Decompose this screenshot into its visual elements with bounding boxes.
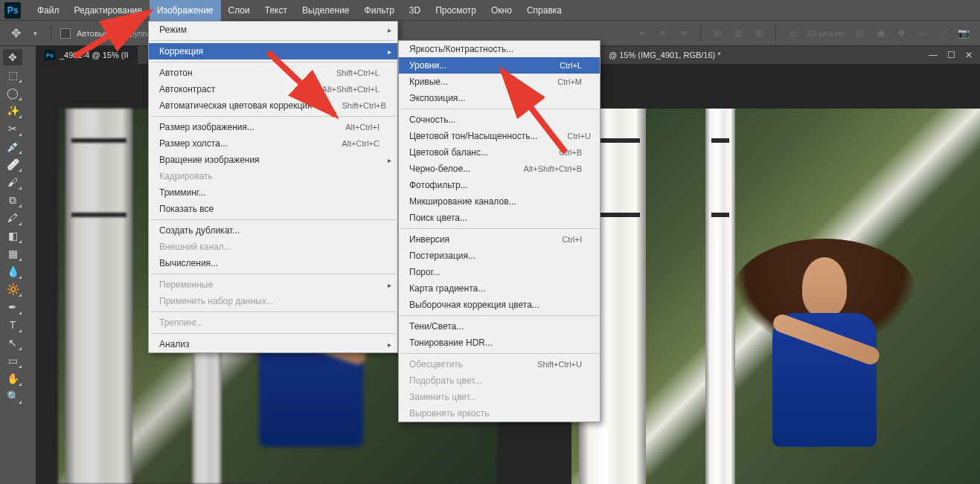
- menu-3d[interactable]: 3D: [402, 0, 428, 21]
- 3d-pan-icon[interactable]: ✥: [894, 26, 909, 41]
- canvas-document-2: [571, 109, 980, 484]
- brush-tool[interactable]: 🖌: [3, 174, 22, 190]
- image-menu-item-17[interactable]: Вычисления...: [149, 255, 397, 271]
- menu-type[interactable]: Текст: [257, 0, 295, 21]
- image-menu-item-0[interactable]: Режим: [149, 22, 397, 38]
- photoshop-logo-icon: Ps: [4, 2, 21, 19]
- menu-edit[interactable]: Редактирование: [67, 0, 150, 21]
- healing-brush-tool[interactable]: 🩹: [3, 156, 22, 172]
- adjust-menu-item-19[interactable]: Тени/Света...: [399, 318, 600, 335]
- adjust-menu-item-11[interactable]: Поиск цвета...: [399, 210, 600, 226]
- menu-window[interactable]: Окно: [484, 0, 519, 21]
- document-tab-1[interactable]: Ps _4901-4 @ 15% (II: [36, 46, 138, 64]
- adjust-menu-item-3[interactable]: Экспозиция...: [399, 90, 600, 106]
- menu-file[interactable]: Файл: [30, 0, 67, 21]
- menu-item-label: Уровни...: [409, 60, 446, 71]
- dropdown-icon[interactable]: ▾: [28, 27, 42, 40]
- menu-item-label: Внешний канал...: [159, 242, 231, 252]
- type-tool[interactable]: T: [3, 317, 22, 333]
- image-menu-item-4[interactable]: АвтотонShift+Ctrl+L: [149, 65, 397, 81]
- magic-wand-tool[interactable]: ✨: [3, 103, 22, 119]
- align-center-icon[interactable]: ≡: [656, 26, 670, 41]
- 3d-orbit-icon[interactable]: ◎: [852, 26, 867, 41]
- 3d-camera-icon[interactable]: 📷: [956, 26, 971, 41]
- menu-select[interactable]: Выделение: [295, 0, 357, 21]
- menu-item-shortcut: Ctrl+M: [557, 77, 582, 86]
- adjust-menu-item-16[interactable]: Карта градиента...: [399, 280, 600, 297]
- distribute-3-icon[interactable]: ⊞: [752, 26, 766, 41]
- image-menu-item-5[interactable]: АвтоконтрастAlt+Shift+Ctrl+L: [149, 81, 397, 97]
- image-menu-item-2[interactable]: Коррекция: [149, 43, 397, 59]
- menu-item-label: Размер холста...: [159, 138, 228, 149]
- adjust-menu-item-17[interactable]: Выборочная коррекция цвета...: [399, 297, 600, 313]
- autoselect-checkbox[interactable]: [60, 28, 71, 39]
- eyedropper-tool[interactable]: 💉: [3, 138, 22, 155]
- image-menu-item-22: Треппинг...: [149, 314, 397, 331]
- adjust-menu-item-6[interactable]: Цветовой тон/Насыщенность...Ctrl+U: [399, 128, 600, 144]
- history-brush-tool[interactable]: 🖍: [3, 210, 22, 226]
- adjust-menu-item-9[interactable]: Фотофильтр...: [399, 177, 600, 193]
- zoom-tool[interactable]: 🔍: [3, 388, 22, 404]
- adjust-menu-item-7[interactable]: Цветовой баланс...Ctrl+B: [399, 144, 600, 161]
- adjust-menu-item-15[interactable]: Порог...: [399, 264, 600, 280]
- image-menu-item-15[interactable]: Создать дубликат...: [149, 222, 397, 239]
- lasso-tool[interactable]: ◯: [3, 85, 22, 101]
- menu-view[interactable]: Просмотр: [428, 0, 484, 21]
- image-menu-item-24[interactable]: Анализ: [149, 336, 397, 352]
- maximize-button[interactable]: ☐: [943, 48, 959, 62]
- 3d-icon[interactable]: ⧈: [785, 26, 800, 41]
- image-menu-item-8[interactable]: Размер изображения...Alt+Ctrl+I: [149, 119, 397, 135]
- image-menu-item-10[interactable]: Вращение изображения: [149, 152, 397, 168]
- 3d-roll-icon[interactable]: ◉: [873, 26, 888, 41]
- adjust-menu-item-8[interactable]: Черно-белое...Alt+Shift+Ctrl+B: [399, 161, 600, 177]
- align-left-icon[interactable]: ≡: [635, 26, 650, 41]
- distribute-2-icon[interactable]: ⊞: [731, 26, 746, 41]
- menu-item-label: Режим: [159, 25, 187, 35]
- dodge-tool[interactable]: 🔆: [3, 281, 22, 297]
- clone-stamp-tool[interactable]: ⧉: [3, 192, 22, 208]
- adjust-menu-item-0[interactable]: Яркость/Контрастность...: [399, 41, 600, 57]
- adjust-menu-item-10[interactable]: Микширование каналов...: [399, 193, 600, 210]
- 3d-scale-icon[interactable]: ⤢: [935, 26, 950, 41]
- close-button[interactable]: ✕: [961, 48, 977, 62]
- menu-image[interactable]: Изображение: [150, 0, 221, 21]
- adjust-menu-item-13[interactable]: ИнверсияCtrl+I: [399, 231, 600, 248]
- hand-tool[interactable]: ✋: [3, 370, 22, 387]
- minimize-button[interactable]: —: [925, 48, 941, 62]
- blur-tool[interactable]: 💧: [3, 263, 22, 280]
- menu-item-label: Кадрировать: [159, 171, 213, 181]
- document-tab-2-title[interactable]: @ 15% (IMG_4901, RGB/16) *: [609, 51, 721, 59]
- rectangle-tool[interactable]: ▭: [3, 352, 22, 369]
- menu-help[interactable]: Справка: [519, 0, 569, 21]
- adjust-menu-item-20[interactable]: Тонирование HDR...: [399, 335, 600, 351]
- path-selection-tool[interactable]: ↖: [3, 335, 22, 351]
- 3d-slide-icon[interactable]: ↔: [915, 26, 929, 41]
- pen-tool[interactable]: ✒: [3, 299, 22, 315]
- image-menu-item-9[interactable]: Размер холста...Alt+Ctrl+C: [149, 135, 397, 152]
- distribute-1-icon[interactable]: ⊞: [710, 26, 725, 41]
- adjust-menu-item-2[interactable]: Кривые...Ctrl+M: [399, 74, 600, 90]
- gradient-tool[interactable]: ▦: [3, 245, 22, 262]
- move-tool[interactable]: ✥: [3, 49, 22, 65]
- menu-item-label: Карта градиента...: [409, 283, 485, 294]
- menu-separator: [150, 116, 396, 117]
- menu-layers[interactable]: Слои: [221, 0, 257, 21]
- marquee-tool[interactable]: ⬚: [3, 67, 22, 83]
- menu-item-label: Автоматическая цветовая коррекция: [159, 100, 313, 111]
- menu-item-label: Черно-белое...: [409, 164, 470, 174]
- menu-item-label: Автоконтраст: [159, 84, 215, 94]
- crop-tool[interactable]: ✂: [3, 120, 22, 137]
- menu-item-shortcut: Ctrl+I: [562, 235, 582, 244]
- menu-item-label: Кривые...: [409, 77, 448, 87]
- image-menu-dropdown: РежимКоррекцияАвтотонShift+Ctrl+LАвтокон…: [148, 21, 398, 353]
- image-menu-item-6[interactable]: Автоматическая цветовая коррекцияShift+C…: [149, 97, 397, 114]
- menu-filter[interactable]: Фильтр: [357, 0, 402, 21]
- menu-separator: [150, 333, 396, 334]
- align-right-icon[interactable]: ≡: [676, 26, 691, 41]
- image-menu-item-12[interactable]: Тримминг...: [149, 184, 397, 201]
- adjust-menu-item-14[interactable]: Постеризация...: [399, 248, 600, 264]
- adjust-menu-item-5[interactable]: Сочность...: [399, 112, 600, 128]
- eraser-tool[interactable]: ◧: [3, 228, 22, 244]
- adjust-menu-item-1[interactable]: Уровни...Ctrl+L: [399, 57, 600, 74]
- image-menu-item-13[interactable]: Показать все: [149, 201, 397, 217]
